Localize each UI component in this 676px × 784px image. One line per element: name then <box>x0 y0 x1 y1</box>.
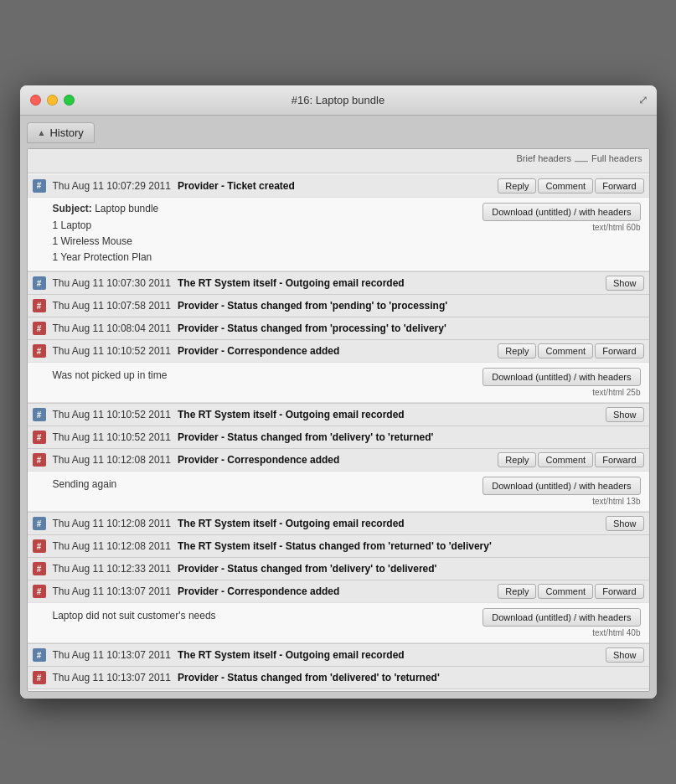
reply-button[interactable]: Reply <box>498 178 536 193</box>
row-date: Thu Aug 11 10:10:52 2011 <box>53 345 171 357</box>
ticket-section: #Thu Aug 11 10:10:52 2011The RT System i… <box>28 404 649 426</box>
zoom-button[interactable] <box>64 95 75 106</box>
close-button[interactable] <box>30 95 41 106</box>
minimize-button[interactable] <box>47 95 58 106</box>
download-area: Download (untitled) / with headerstext/h… <box>482 368 640 397</box>
table-row: #Thu Aug 11 10:12:08 2011The RT System i… <box>28 535 649 557</box>
download-button[interactable]: Download (untitled) / with headers <box>482 608 640 627</box>
show-button[interactable]: Show <box>606 516 644 531</box>
download-button[interactable]: Download (untitled) / with headers <box>482 477 640 495</box>
comment-button[interactable]: Comment <box>538 178 593 193</box>
comment-button[interactable]: Comment <box>538 343 593 358</box>
forward-button[interactable]: Forward <box>595 178 643 193</box>
row-description: Provider - Correspondence added <box>178 345 498 357</box>
forward-button[interactable]: Forward <box>595 343 643 358</box>
hash-badge: # <box>33 539 46 553</box>
show-button[interactable]: Show <box>606 647 644 663</box>
row-description: Provider - Status changed from 'pending'… <box>178 300 644 312</box>
hash-badge: # <box>33 585 46 598</box>
hash-badge: # <box>33 322 46 335</box>
row-description: Provider - Correspondence added <box>178 585 498 597</box>
row-date: Thu Aug 11 10:12:08 2011 <box>53 540 171 552</box>
table-row: #Thu Aug 11 10:10:52 2011Provider - Corr… <box>28 340 649 362</box>
row-date: Thu Aug 11 10:12:33 2011 <box>53 563 171 575</box>
forward-button[interactable]: Forward <box>595 452 643 467</box>
table-row: #Thu Aug 11 10:13:07 2011The RT System i… <box>28 644 649 666</box>
expanded-body: Laptop did not suit customer's needs <box>53 608 216 624</box>
expanded-header: Was not picked up in timeDownload (untit… <box>53 368 641 397</box>
ticket-section: #Thu Aug 11 10:08:04 2011Provider - Stat… <box>28 317 649 340</box>
row-description: Provider - Status changed from 'delivery… <box>178 563 644 575</box>
button-group: Show <box>606 516 644 531</box>
row-description: The RT System itself - Outgoing email re… <box>178 518 606 529</box>
table-row: #Thu Aug 11 10:12:08 2011Provider - Corr… <box>28 449 649 471</box>
hash-badge: # <box>33 453 46 467</box>
download-button[interactable]: Download (untitled) / with headers <box>482 203 640 221</box>
row-description: Provider - Status changed from 'delivery… <box>178 431 644 443</box>
button-group: Show <box>606 276 644 291</box>
ticket-section: #Thu Aug 11 10:07:29 2011Provider - Tick… <box>28 175 649 273</box>
comment-button[interactable]: Comment <box>538 584 593 599</box>
brief-headers-toggle[interactable]: Brief headers <box>517 153 571 168</box>
download-area: Download (untitled) / with headerstext/h… <box>482 203 640 232</box>
ticket-section: #Thu Aug 11 10:10:52 2011Provider - Corr… <box>28 340 649 404</box>
button-group: Show <box>606 407 644 422</box>
table-row: #Thu Aug 11 10:13:07 2011Provider - Corr… <box>28 580 649 602</box>
expanded-body: Sending again <box>53 477 117 493</box>
hash-badge: # <box>33 299 46 312</box>
window-body: ▲ History Brief headers — Full headers #… <box>20 116 657 699</box>
row-description: Provider - Correspondence added <box>178 454 498 466</box>
ticket-section: #Thu Aug 11 10:07:58 2011Provider - Stat… <box>28 295 649 317</box>
table-row: #Thu Aug 11 10:07:30 2011The RT System i… <box>28 272 649 294</box>
ticket-section: #Thu Aug 11 10:12:33 2011Provider - Stat… <box>28 558 649 580</box>
zoom-icon[interactable]: ⤢ <box>638 93 648 106</box>
main-content: Brief headers — Full headers #Thu Aug 11… <box>27 148 650 693</box>
download-button[interactable]: Download (untitled) / with headers <box>482 368 640 386</box>
hash-badge: # <box>33 179 46 193</box>
history-tab[interactable]: ▲ History <box>27 122 95 143</box>
tab-arrow-icon: ▲ <box>38 128 46 137</box>
table-row: #Thu Aug 11 10:10:52 2011The RT System i… <box>28 404 649 426</box>
row-date: Thu Aug 11 10:12:08 2011 <box>53 518 171 529</box>
download-sub-label: text/html 40b <box>592 628 640 637</box>
hash-badge: # <box>33 408 46 421</box>
ticket-section: #Thu Aug 11 10:10:52 2011Provider - Stat… <box>28 426 649 449</box>
button-group: ReplyCommentForward <box>498 343 643 358</box>
row-date: Thu Aug 11 10:13:07 2011 <box>53 672 171 683</box>
ticket-section: #Thu Aug 11 10:13:07 2011Provider - Stat… <box>28 667 649 689</box>
row-description: The RT System itself - Status changed fr… <box>178 540 644 552</box>
reply-button[interactable]: Reply <box>498 452 536 467</box>
hash-badge: # <box>33 671 46 684</box>
hash-badge: # <box>33 276 46 290</box>
reply-button[interactable]: Reply <box>498 343 536 358</box>
reply-button[interactable]: Reply <box>498 584 536 599</box>
full-headers-toggle[interactable]: Full headers <box>591 153 642 168</box>
tab-bar: ▲ History <box>27 122 650 143</box>
row-date: Thu Aug 11 10:12:08 2011 <box>53 454 171 466</box>
button-group: ReplyCommentForward <box>498 584 643 599</box>
hash-badge: # <box>33 431 46 444</box>
subject-label: Subject: <box>53 203 92 214</box>
ticket-section: #Thu Aug 11 10:12:08 2011Provider - Corr… <box>28 449 649 513</box>
window-title: #16: Laptop bundle <box>292 94 384 106</box>
expanded-header: Subject: Laptop bundle1 Laptop 1 Wireles… <box>53 203 641 266</box>
download-sub-label: text/html 25b <box>592 388 640 397</box>
row-date: Thu Aug 11 10:10:52 2011 <box>53 409 171 420</box>
show-button[interactable]: Show <box>606 407 644 422</box>
ticket-section: #Thu Aug 11 10:12:08 2011The RT System i… <box>28 535 649 558</box>
forward-button[interactable]: Forward <box>595 584 643 599</box>
ticket-section: #Thu Aug 11 10:13:07 2011Provider - Corr… <box>28 580 649 644</box>
body-text: Was not picked up in time <box>53 368 168 384</box>
table-row: #Thu Aug 11 10:12:08 2011The RT System i… <box>28 513 649 534</box>
comment-button[interactable]: Comment <box>538 452 593 467</box>
expanded-content: Subject: Laptop bundle1 Laptop 1 Wireles… <box>28 197 649 272</box>
header-separator: — <box>575 153 588 168</box>
row-description: Provider - Status changed from 'delivere… <box>178 672 644 683</box>
body-text: 1 Laptop 1 Wireless Mouse 1 Year Protect… <box>53 218 159 266</box>
show-button[interactable]: Show <box>606 276 644 291</box>
expanded-header: Sending againDownload (untitled) / with … <box>53 477 641 506</box>
button-group: ReplyCommentForward <box>498 178 643 193</box>
table-row: #Thu Aug 11 10:07:58 2011Provider - Stat… <box>28 295 649 317</box>
row-description: Provider - Ticket created <box>178 180 498 192</box>
row-date: Thu Aug 11 10:08:04 2011 <box>53 322 171 334</box>
